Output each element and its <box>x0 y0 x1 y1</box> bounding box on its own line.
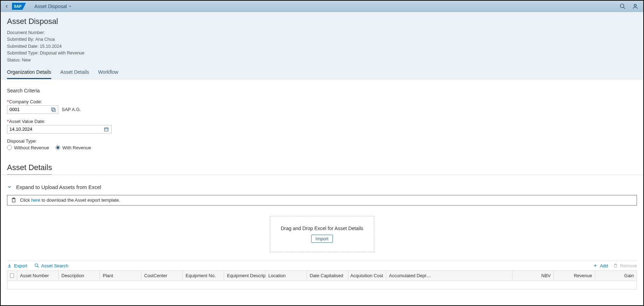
clipboard-icon <box>11 197 16 203</box>
company-code-label: *Company Code: <box>7 99 637 104</box>
col-location[interactable]: Location <box>266 271 307 281</box>
tab-asset-details[interactable]: Asset Details <box>60 67 89 79</box>
download-icon <box>7 263 12 268</box>
disposal-type-group: Disposal Type: Without Revenue With Reve… <box>7 138 637 150</box>
shell-left-group: SAP Asset Disposal <box>3 1 72 12</box>
caret-down-icon <box>68 5 72 8</box>
company-code-desc: SAP A.G. <box>62 107 81 112</box>
export-button[interactable]: Export <box>7 263 27 268</box>
import-button[interactable]: Import <box>311 235 333 243</box>
col-asset-number[interactable]: Asset Number <box>17 271 59 281</box>
asset-value-date-input[interactable] <box>9 126 104 132</box>
company-code-input[interactable] <box>9 107 51 112</box>
plus-icon <box>593 263 598 268</box>
svg-point-5 <box>634 4 636 6</box>
col-gain[interactable]: Gain <box>595 271 637 281</box>
sap-logo[interactable]: SAP <box>12 3 26 10</box>
col-date-capitalised[interactable]: Date Capitalised <box>307 271 348 281</box>
table-toolbar: Export Asset Search Add Remove <box>7 261 637 271</box>
svg-marker-2 <box>69 6 71 7</box>
svg-point-16 <box>35 264 38 267</box>
shell-right-group <box>619 3 641 9</box>
asset-value-date-input-wrap[interactable] <box>7 125 112 134</box>
asset-details-heading: Asset Details <box>7 163 52 175</box>
col-equipment-desc[interactable]: Equipment Descript… <box>224 271 266 281</box>
expand-upload-label: Expand to Upload Assets from Excel <box>16 184 101 190</box>
tab-strip: Organization Details Asset Details Workf… <box>7 67 637 79</box>
add-row-button[interactable]: Add <box>593 263 608 268</box>
asset-value-date-label: *Asset Value Date: <box>7 119 637 124</box>
asset-search-button[interactable]: Asset Search <box>34 263 68 268</box>
asset-details-heading-wrap: Asset Details <box>7 155 637 175</box>
col-accumulated-depr[interactable]: Accumulated Depr… <box>386 271 512 281</box>
col-cost-center[interactable]: CostCenter <box>141 271 183 281</box>
page-title: Asset Disposal <box>7 17 637 26</box>
calendar-icon[interactable] <box>104 126 109 132</box>
page-subheader: Asset Disposal Document Number: Submitte… <box>1 12 643 79</box>
svg-rect-7 <box>53 109 55 112</box>
toolbar-right: Add Remove <box>593 263 637 268</box>
col-nbv[interactable]: NBV <box>512 271 554 281</box>
radio-dot-icon <box>55 145 60 150</box>
user-icon <box>632 3 638 9</box>
value-help-icon[interactable] <box>51 107 56 112</box>
meta-lines: Document Number: Submitted By: Ana Chua … <box>7 30 637 64</box>
meta-submitted-date: Submitted Date: 15.10.2024 <box>7 43 637 50</box>
svg-rect-8 <box>105 128 108 131</box>
excel-drop-zone[interactable]: Drag and Drop Excel for Asset Details Im… <box>270 216 374 252</box>
drop-zone-text: Drag and Drop Excel for Asset Details <box>281 226 363 231</box>
chevron-down-icon <box>7 184 12 189</box>
radio-without-revenue[interactable]: Without Revenue <box>7 145 49 150</box>
asset-value-date-group: *Asset Value Date: <box>7 119 637 134</box>
meta-submitted-type: Submitted Type: Disposal with Revenue <box>7 50 637 57</box>
tab-organization-details[interactable]: Organization Details <box>7 67 51 79</box>
col-revenue[interactable]: Revenue <box>554 271 595 281</box>
svg-line-17 <box>37 266 39 268</box>
table-header: Asset Number Description Plant CostCente… <box>7 271 637 281</box>
remove-row-button[interactable]: Remove <box>613 263 637 268</box>
shell-title-text: Asset Disposal <box>34 4 67 9</box>
disposal-type-radios: Without Revenue With Revenue <box>7 145 637 150</box>
col-plant[interactable]: Plant <box>100 271 141 281</box>
col-description[interactable]: Description <box>59 271 100 281</box>
asset-details-separator <box>1 175 643 175</box>
search-icon <box>34 263 39 268</box>
content-area: Search Criteria *Company Code: SAP A.G. … <box>1 79 643 298</box>
radio-dot-icon <box>7 145 12 150</box>
download-template-link[interactable]: here <box>31 197 40 203</box>
tab-workflow[interactable]: Workflow <box>98 67 118 79</box>
chevron-left-icon <box>4 4 9 9</box>
drop-zone-wrap: Drag and Drop Excel for Asset Details Im… <box>7 216 637 252</box>
download-template-info: Click here to download the Asset export … <box>7 195 637 206</box>
shell-title-dropdown[interactable]: Asset Disposal <box>34 4 72 9</box>
svg-text:SAP: SAP <box>14 4 22 8</box>
meta-status: Status: New <box>7 57 637 64</box>
select-all-checkbox[interactable] <box>10 273 14 278</box>
select-all-cell[interactable] <box>7 271 17 281</box>
search-criteria-title: Search Criteria <box>7 88 637 93</box>
radio-with-revenue[interactable]: With Revenue <box>55 145 91 150</box>
search-icon-button[interactable] <box>619 3 626 9</box>
col-equipment-no[interactable]: Equipment No. <box>183 271 224 281</box>
svg-point-3 <box>620 4 624 8</box>
user-icon-button[interactable] <box>632 3 638 9</box>
disposal-type-label: Disposal Type: <box>7 138 637 144</box>
search-icon <box>619 3 626 9</box>
company-code-input-wrap[interactable] <box>7 105 58 114</box>
shell-header: SAP Asset Disposal <box>1 1 643 12</box>
trash-icon <box>613 263 618 268</box>
info-text: Click here to download the Asset export … <box>20 197 120 203</box>
svg-rect-20 <box>614 265 617 267</box>
svg-rect-6 <box>52 108 54 111</box>
table-body-empty <box>7 281 637 289</box>
meta-submitted-by: Submitted By: Ana Chua <box>7 36 637 43</box>
col-acquisition-cost[interactable]: Acquisition Cost <box>348 271 386 281</box>
svg-line-4 <box>623 7 625 9</box>
company-code-group: *Company Code: SAP A.G. <box>7 99 637 114</box>
meta-doc-number: Document Number: <box>7 30 637 36</box>
back-button[interactable] <box>3 2 11 10</box>
expand-upload-panel[interactable]: Expand to Upload Assets from Excel <box>7 184 637 190</box>
